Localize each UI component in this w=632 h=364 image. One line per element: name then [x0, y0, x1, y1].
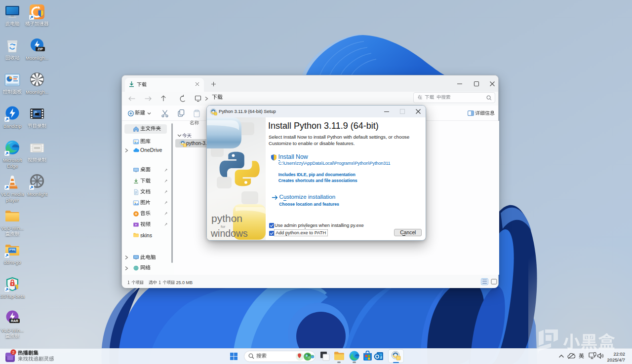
- svg-text:RAR: RAR: [11, 319, 18, 323]
- svg-text:ZIP: ZIP: [38, 47, 43, 51]
- svg-text:2: 2: [12, 350, 15, 355]
